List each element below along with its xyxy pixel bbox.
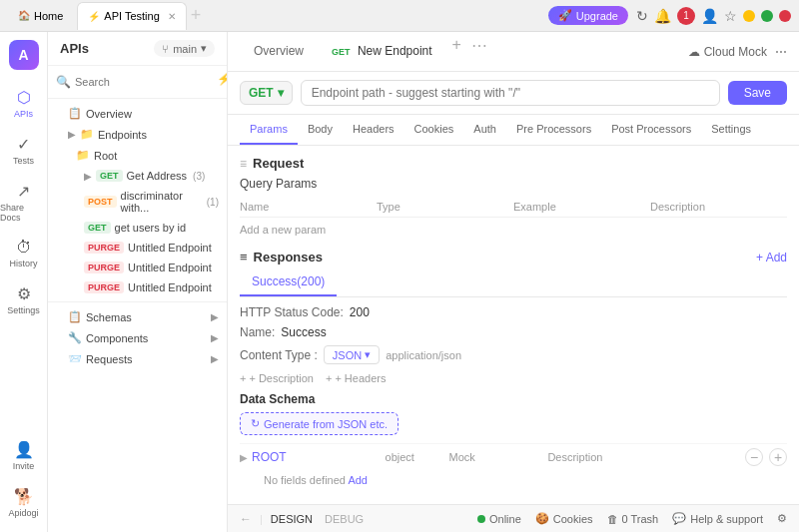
- get-address-arrow-icon: ▶: [84, 171, 92, 182]
- schema-remove-icon[interactable]: −: [745, 448, 763, 466]
- nav-item-overview[interactable]: 📋 Overview: [48, 103, 227, 124]
- nav-item-untitled2[interactable]: PURGE Untitled Endpoint: [48, 258, 227, 277]
- bottom-settings-icon[interactable]: ⚙: [777, 512, 787, 525]
- search-input[interactable]: [75, 76, 213, 88]
- nav-item-root[interactable]: 📁 Root: [48, 145, 227, 166]
- req-tab-settings[interactable]: Settings: [701, 115, 761, 145]
- generate-icon: ↻: [251, 417, 260, 430]
- nav-item-schemas[interactable]: 📋 Schemas ▶: [48, 306, 227, 327]
- nav-items-list: 📋 Overview ▶ 📁 Endpoints 📁 Root ▶ GET Ge…: [48, 99, 227, 532]
- req-tab-body[interactable]: Body: [298, 115, 343, 145]
- sidebar-item-tests[interactable]: ✓ Tests: [0, 129, 47, 172]
- sidebar-item-apidogi[interactable]: 🐕 Apidogi: [0, 481, 47, 524]
- schema-root-key: ROOT: [252, 450, 351, 464]
- add-response-button[interactable]: + Add: [756, 251, 787, 265]
- window-maximize-button[interactable]: [761, 10, 773, 22]
- req-tab-post-processors[interactable]: Post Processors: [601, 115, 701, 145]
- nav-header: APIs ⑂ main ▾: [48, 32, 227, 66]
- branch-chevron-icon: ▾: [201, 42, 207, 55]
- nav-item-untitled1[interactable]: PURGE Untitled Endpoint: [48, 238, 227, 258]
- window-minimize-button[interactable]: [743, 10, 755, 22]
- add-tab-icon[interactable]: +: [191, 5, 202, 26]
- refresh-icon[interactable]: ↻: [636, 8, 648, 24]
- schemas-icon: 📋: [68, 310, 82, 323]
- col-example: Example: [513, 201, 650, 213]
- tab-api-testing[interactable]: ⚡ API Testing ✕: [77, 2, 186, 30]
- main-content-scroll: ≡ Request Query Params Name Type Example…: [228, 146, 799, 504]
- responses-title: ≡ Responses: [240, 250, 323, 265]
- sidebar-item-settings[interactable]: ⚙ Settings: [0, 278, 47, 321]
- schema-actions: − +: [745, 448, 787, 466]
- get-users-method-badge: GET: [84, 222, 111, 234]
- tab-new-endpoint[interactable]: GET New Endpoint: [318, 36, 446, 68]
- avatar-icon[interactable]: 1: [677, 7, 695, 25]
- schema-title: Data Schema: [240, 392, 787, 406]
- add-param-button[interactable]: Add a new param: [240, 218, 787, 242]
- save-button[interactable]: Save: [728, 81, 787, 105]
- generate-schema-button[interactable]: ↻ Generate from JSON etc.: [240, 412, 399, 435]
- add-content-tab-icon[interactable]: +: [446, 36, 467, 68]
- nav-item-get-address[interactable]: ▶ GET Get Address (3): [48, 166, 227, 186]
- tab-home[interactable]: 🏠 Home: [8, 2, 73, 30]
- bell-icon[interactable]: 🔔: [654, 8, 671, 24]
- add-field-link[interactable]: Add: [348, 474, 368, 486]
- settings-icon: ⚙: [17, 284, 31, 303]
- add-headers-button[interactable]: + + Headers: [326, 372, 387, 384]
- content-type-badge[interactable]: JSON ▾: [324, 345, 380, 364]
- debug-label[interactable]: DEBUG: [325, 513, 364, 525]
- nav-item-get-users[interactable]: GET get users by id: [48, 218, 227, 238]
- design-label[interactable]: DESIGN: [271, 513, 313, 525]
- request-section-icon: ≡: [240, 157, 247, 171]
- sidebar-item-apis[interactable]: ⬡ APIs: [0, 82, 47, 125]
- response-tab-success200[interactable]: Success(200): [240, 268, 337, 296]
- req-tab-auth[interactable]: Auth: [463, 115, 506, 145]
- nav-item-discriminator[interactable]: POST discriminator with... (1): [48, 186, 227, 218]
- no-fields-row: No fields defined Add: [240, 470, 787, 490]
- more-tabs-icon[interactable]: ⋯: [467, 36, 491, 68]
- req-tab-cookies[interactable]: Cookies: [404, 115, 464, 145]
- nav-item-endpoints[interactable]: ▶ 📁 Endpoints: [48, 124, 227, 145]
- history-icon: ⏱: [16, 239, 32, 257]
- sidebar-item-invite[interactable]: 👤 Invite: [0, 434, 47, 477]
- star-icon[interactable]: ☆: [724, 8, 737, 24]
- nav-item-requests[interactable]: 📨 Requests ▶: [48, 348, 227, 369]
- content-header: Overview GET New Endpoint + ⋯ ☁ Cloud Mo…: [228, 32, 799, 72]
- bottom-toolbar: ← | DESIGN DEBUG Online 🍪 Cookies 🗑 0 Tr…: [228, 504, 799, 532]
- nav-branch-selector[interactable]: ⑂ main ▾: [154, 40, 215, 57]
- endpoints-arrow-icon: ▶: [68, 129, 76, 140]
- method-select[interactable]: GET ▾: [240, 81, 293, 105]
- nav-item-components[interactable]: 🔧 Components ▶: [48, 327, 227, 348]
- data-schema: Data Schema ↻ Generate from JSON etc. ▶ …: [240, 392, 787, 490]
- url-input[interactable]: [301, 80, 720, 106]
- schemas-arrow-icon: ▶: [211, 311, 219, 322]
- online-status[interactable]: Online: [477, 513, 521, 525]
- sidebar-item-share-docs[interactable]: ↗ Share Docs: [0, 176, 47, 229]
- search-icon: 🔍: [56, 75, 71, 89]
- req-tab-headers[interactable]: Headers: [343, 115, 404, 145]
- user-icon[interactable]: 👤: [701, 8, 718, 24]
- query-params-subtitle: Query Params: [240, 177, 787, 191]
- share-icon: ↗: [17, 182, 30, 201]
- sidebar-item-history[interactable]: ⏱ History: [0, 233, 47, 274]
- trash-button[interactable]: 🗑 0 Trash: [607, 513, 659, 525]
- desc-headers-row: + + Description + + Headers: [240, 372, 787, 384]
- req-tab-pre-processors[interactable]: Pre Processors: [506, 115, 601, 145]
- add-description-button[interactable]: + + Description: [240, 372, 314, 384]
- req-tab-params[interactable]: Params: [240, 115, 298, 145]
- tab-overview[interactable]: Overview: [240, 36, 318, 68]
- help-support-button[interactable]: 💬 Help & support: [672, 512, 763, 525]
- endpoints-folder-icon: 📁: [80, 128, 94, 141]
- apidogi-icon: 🐕: [14, 487, 34, 506]
- icon-sidebar: A ⬡ APIs ✓ Tests ↗ Share Docs ⏱ History …: [0, 32, 48, 532]
- upgrade-button[interactable]: 🚀 Upgrade: [548, 6, 628, 25]
- filter-icon[interactable]: ⚡: [217, 72, 228, 92]
- schema-add-icon[interactable]: +: [769, 448, 787, 466]
- nav-divider: [48, 301, 227, 302]
- tab-close-icon[interactable]: ✕: [168, 11, 176, 22]
- more-options-icon[interactable]: ⋯: [775, 45, 787, 59]
- discriminator-method-badge: POST: [84, 196, 117, 208]
- cookies-button[interactable]: 🍪 Cookies: [535, 512, 593, 525]
- schema-root-row: ▶ ROOT object Mock Description − +: [240, 443, 787, 470]
- nav-item-untitled3[interactable]: PURGE Untitled Endpoint: [48, 277, 227, 297]
- window-close-button[interactable]: [779, 10, 791, 22]
